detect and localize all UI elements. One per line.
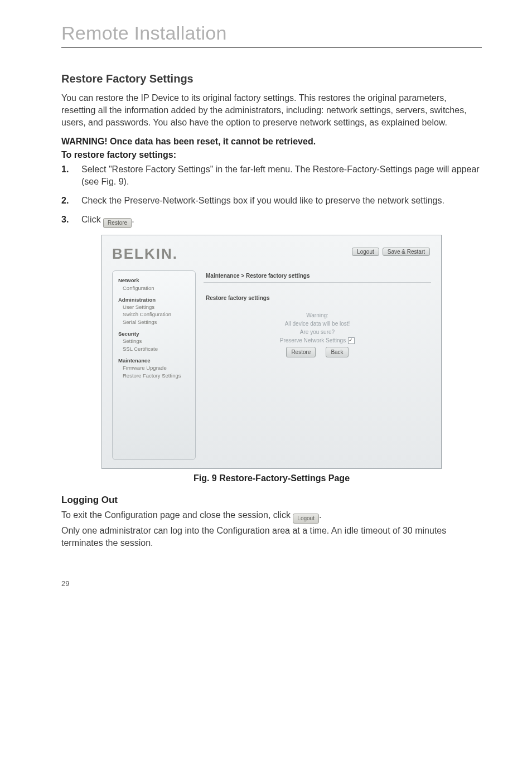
logout-inline-button: Logout	[293, 514, 319, 524]
preserve-row: Preserve Network Settings	[280, 336, 355, 345]
logging-p1-prefix: To exit the Configuration page and close…	[61, 510, 293, 520]
logging-out-title: Logging Out	[61, 495, 482, 506]
intro-paragraph: You can restore the IP Device to its ori…	[61, 92, 482, 129]
logging-out-p2: Only one administrator can log into the …	[61, 525, 482, 549]
sidebar-item-firmware-upgrade[interactable]: Firmware Upgrade	[118, 364, 190, 371]
sidebar-item-restore-factory[interactable]: Restore Factory Settings	[118, 372, 190, 379]
sidebar-item-ssl-cert[interactable]: SSL Certificate	[118, 345, 190, 352]
steps-list: 1. Select "Restore Factory Settings" in …	[61, 163, 482, 228]
restore-button[interactable]: Restore	[286, 347, 316, 357]
howto-label: To restore factory settings:	[61, 150, 482, 160]
sidebar-security-header: Security	[118, 330, 190, 337]
logging-out-p1: To exit the Configuration page and close…	[61, 509, 482, 524]
divider	[61, 47, 482, 48]
step-1: 1. Select "Restore Factory Settings" in …	[61, 163, 482, 188]
step-2: 2. Check the Preserve-Network-Settings b…	[61, 195, 482, 207]
sidebar-item-user-settings[interactable]: User Settings	[118, 303, 190, 311]
step-3-prefix: Click	[81, 215, 103, 224]
sidebar-network-header: Network	[118, 277, 190, 284]
back-button[interactable]: Back	[326, 347, 348, 357]
restore-inline-button: Restore	[103, 218, 132, 228]
pane-subtitle: Restore factory settings	[206, 295, 431, 301]
step-3-text: Click Restore.	[81, 214, 482, 228]
sidebar-item-configuration[interactable]: Configuration	[118, 284, 190, 292]
warning-line-1: All device data will be lost!	[204, 320, 431, 328]
step-3-suffix: .	[132, 215, 134, 224]
sidebar-admin-header: Administration	[118, 296, 190, 303]
step-1-text: Select "Restore Factory Settings" in the…	[81, 163, 482, 188]
warning-label: Warning:	[204, 311, 431, 320]
logout-button[interactable]: Logout	[352, 248, 379, 256]
brand-logo: BELKIN.	[112, 245, 178, 262]
page-number: 29	[0, 579, 532, 604]
warning-text: WARNING! Once data has been reset, it ca…	[61, 137, 482, 147]
step-2-text: Check the Preserve-Network-Settings box …	[81, 195, 482, 207]
chapter-title: Remote Installation	[61, 22, 482, 44]
warning-line-2: Are you sure?	[204, 328, 431, 336]
preserve-checkbox[interactable]	[348, 337, 355, 344]
main-pane: Maintenance > Restore factory settings R…	[204, 270, 431, 460]
figure-9: BELKIN. Logout Save & Restart Network Co…	[101, 235, 442, 469]
preserve-label: Preserve Network Settings	[280, 336, 346, 345]
step-3: 3. Click Restore.	[61, 214, 482, 228]
step-2-number: 2.	[61, 195, 81, 207]
sidebar-item-security-settings[interactable]: Settings	[118, 337, 190, 345]
save-restart-button[interactable]: Save & Restart	[383, 248, 430, 256]
breadcrumb: Maintenance > Restore factory settings	[204, 270, 431, 283]
figure-caption: Fig. 9 Restore-Factory-Settings Page	[101, 473, 442, 483]
sidebar-item-serial-settings[interactable]: Serial Settings	[118, 318, 190, 326]
section-title-restore: Restore Factory Settings	[61, 72, 482, 85]
logging-p1-suffix: .	[319, 510, 321, 520]
sidebar-maint-header: Maintenance	[118, 357, 190, 364]
step-3-number: 3.	[61, 214, 81, 226]
sidebar-item-switch-config[interactable]: Switch Configuration	[118, 311, 190, 318]
sidebar: Network Configuration Administration Use…	[112, 270, 196, 460]
step-1-number: 1.	[61, 163, 81, 176]
